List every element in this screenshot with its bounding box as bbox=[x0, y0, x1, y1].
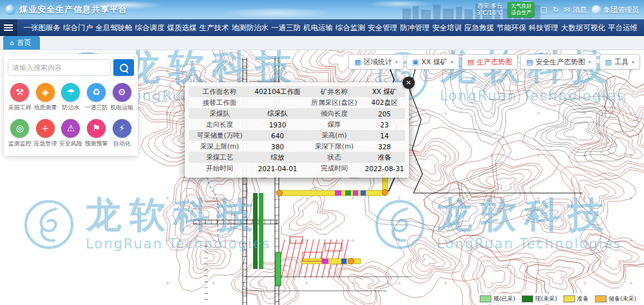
fullscreen-icon[interactable]: ▢ bbox=[540, 5, 547, 14]
dialog-label: 采煤队 bbox=[189, 109, 251, 118]
quick-app-7[interactable]: +应急管理 bbox=[33, 119, 58, 148]
nav-item-10[interactable]: 综合监测 bbox=[334, 23, 366, 33]
nav-item-11[interactable]: 安全管理 bbox=[366, 23, 399, 33]
chevron-down-icon: ▾ bbox=[451, 59, 453, 65]
legend-swatch bbox=[480, 295, 491, 302]
quick-app-label: 自动化 bbox=[113, 140, 131, 148]
user-menu[interactable]: 集团管理员 bbox=[592, 5, 639, 15]
mine-select-label: XX 煤矿 bbox=[421, 57, 448, 67]
nav-item-16[interactable]: 科技管理 bbox=[527, 23, 560, 33]
nav-item-5[interactable]: 煤质选煤 bbox=[166, 23, 198, 33]
dialog-value: 23 bbox=[364, 121, 405, 129]
legend-label: 准备 bbox=[577, 295, 589, 303]
tools-button[interactable]: ▧工具▾ bbox=[600, 54, 640, 69]
legend-item: 现(未采) bbox=[522, 295, 557, 303]
dialog-label: 走向长度 bbox=[189, 120, 251, 129]
chevron-down-icon: ▾ bbox=[632, 59, 634, 65]
dialog-value: XX 煤矿 bbox=[364, 88, 405, 97]
dialog-label: 状态 bbox=[305, 153, 364, 162]
dialog-label: 采深上限(m) bbox=[189, 142, 251, 151]
dialog-value: 205 bbox=[364, 110, 405, 118]
app-icon: ⚙ bbox=[113, 83, 131, 102]
dialog-value: 准备 bbox=[364, 153, 405, 162]
nav-item-12[interactable]: 防冲管理 bbox=[399, 23, 431, 33]
nav-item-18[interactable]: 平台运维 bbox=[607, 23, 639, 33]
dialog-label: 可采储量(万吨) bbox=[189, 131, 251, 140]
app-icon: + bbox=[36, 119, 55, 138]
home-icon: ⌂ bbox=[10, 39, 14, 46]
nav-item-15[interactable]: 节能环保 bbox=[495, 23, 527, 33]
nav-item-1[interactable]: 一张图服务 bbox=[23, 23, 62, 33]
tab-home[interactable]: ⌂ 首页 bbox=[3, 36, 40, 50]
avatar bbox=[592, 5, 601, 14]
menu-icon[interactable] bbox=[0, 19, 17, 36]
nav-item-3[interactable]: 全息驾驶舱 bbox=[94, 23, 134, 33]
dialog-value: 1930 bbox=[251, 121, 305, 129]
quick-app-9[interactable]: ⚑预测预警 bbox=[84, 119, 109, 148]
production-situation-button[interactable]: ▤生产态势图 bbox=[462, 54, 518, 69]
nav-item-4[interactable]: 综合调度 bbox=[134, 23, 166, 33]
nav-item-9[interactable]: 机电运输 bbox=[302, 23, 334, 33]
region-stats-icon: ▦ bbox=[354, 58, 361, 66]
app-icon: ⚒ bbox=[10, 83, 29, 102]
dialog-label: 工作面名称 bbox=[189, 88, 251, 97]
search-icon bbox=[120, 64, 128, 72]
nav-item-8[interactable]: 一通三防 bbox=[270, 23, 302, 33]
search-input[interactable] bbox=[8, 59, 111, 76]
quick-app-label: 地质测量 bbox=[33, 104, 57, 112]
nav-item-13[interactable]: 安全培训 bbox=[431, 23, 463, 33]
quick-app-label: 采掘工程 bbox=[8, 104, 32, 112]
app-icon: ☂ bbox=[61, 83, 80, 102]
refresh-icon[interactable]: ↻ bbox=[553, 5, 559, 14]
nav-item-7[interactable]: 地测防治水 bbox=[231, 23, 270, 33]
quick-app-8[interactable]: ⚠安全风险 bbox=[59, 119, 83, 148]
region-stats-button[interactable]: ▦区域统计▾ bbox=[348, 54, 403, 69]
chevron-down-icon: ▾ bbox=[395, 59, 398, 65]
tab-home-label: 首页 bbox=[17, 38, 31, 48]
dialog-value: 402盘区 bbox=[364, 98, 405, 107]
dialog-row: 开始时间2021-04-01完成时间2022-08-31 bbox=[189, 163, 405, 174]
quick-app-6[interactable]: ◎监测监控 bbox=[8, 119, 32, 148]
close-icon[interactable]: ✕ bbox=[402, 77, 415, 89]
quick-app-2[interactable]: ◈地质测量 bbox=[33, 83, 58, 112]
search-button[interactable] bbox=[113, 59, 134, 76]
quick-app-4[interactable]: ♻一通三防 bbox=[84, 83, 109, 112]
mine-select-icon: ▣ bbox=[412, 58, 419, 66]
app-icon: ◈ bbox=[36, 83, 55, 102]
quick-app-1[interactable]: ⚒采掘工程 bbox=[8, 83, 32, 112]
dialog-label: 采高(m) bbox=[305, 131, 364, 140]
dialog-row: 走向长度1930煤厚23 bbox=[189, 119, 405, 130]
dialog-value: 综采队 bbox=[251, 109, 305, 118]
dialog-value: 14 bbox=[364, 132, 405, 140]
quick-app-5[interactable]: ⚙机电运输 bbox=[109, 83, 134, 112]
messages-button[interactable]: ✉ 消息 bbox=[564, 5, 587, 15]
quick-app-10[interactable]: ⚡自动化 bbox=[109, 119, 134, 148]
nav-item-17[interactable]: 大数据可视化 bbox=[560, 23, 607, 33]
quick-app-3[interactable]: ☂防治水 bbox=[59, 83, 83, 112]
message-icon: ✉ bbox=[564, 6, 570, 14]
weather-info: 西安 多云 -3℃/10℃ bbox=[475, 3, 503, 17]
production-situation-icon: ▤ bbox=[468, 58, 474, 66]
nav-item-14[interactable]: 应急救援 bbox=[463, 23, 495, 33]
platform-logo-icon bbox=[5, 5, 15, 15]
quick-app-label: 监测监控 bbox=[8, 140, 32, 148]
nav-item-2[interactable]: 综合门户 bbox=[62, 23, 94, 33]
app-icon: ♻ bbox=[87, 83, 106, 102]
messages-label: 消息 bbox=[573, 5, 587, 15]
legend-swatch bbox=[564, 295, 575, 302]
map-toolbar: ▦区域统计▾▣XX 煤矿▾▤生产态势图▤安全生产态势图▾▧工具▾ bbox=[348, 54, 640, 69]
app-icon: ◎ bbox=[10, 119, 29, 138]
user-name: 集团管理员 bbox=[603, 5, 639, 15]
weather-temp: -3℃/10℃ bbox=[475, 10, 503, 17]
safety-production-situation-button[interactable]: ▤安全生产态势图▾ bbox=[520, 54, 596, 69]
dialog-row: 接替工作面所属采区(盘区)402盘区 bbox=[189, 97, 405, 108]
workface-info-table: 工作面名称402104工作面矿井名称XX 煤矿接替工作面所属采区(盘区)402盘… bbox=[189, 86, 405, 174]
dialog-value: 综放 bbox=[251, 153, 305, 162]
chevron-down-icon: ▾ bbox=[589, 59, 591, 65]
quick-app-label: 安全风险 bbox=[59, 140, 82, 148]
nav-item-6[interactable]: 生产技术 bbox=[198, 23, 231, 33]
weather-badge-line2: 适合生产 bbox=[511, 10, 531, 16]
app-icon: ⚑ bbox=[87, 119, 106, 138]
mine-select-button[interactable]: ▣XX 煤矿▾ bbox=[406, 54, 459, 69]
workface-info-dialog: ✕ 工作面名称402104工作面矿井名称XX 煤矿接替工作面所属采区(盘区)40… bbox=[185, 82, 409, 178]
